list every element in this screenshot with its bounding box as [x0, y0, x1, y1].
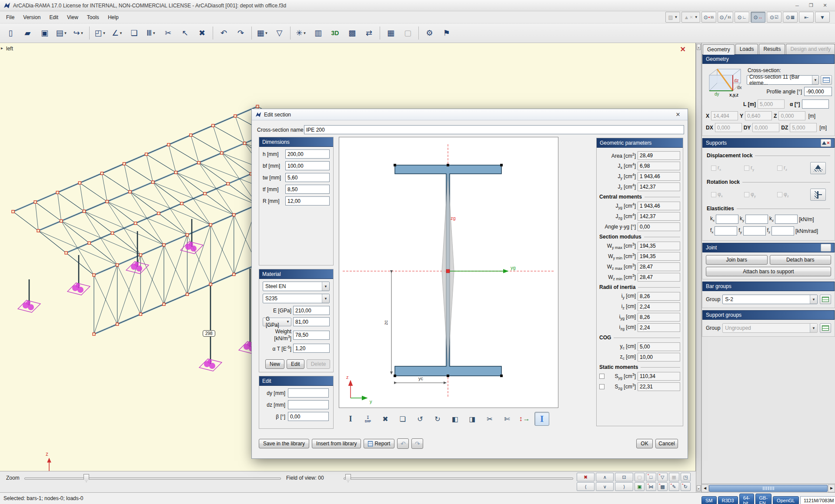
copy-bars-button[interactable]: ❏: [126, 25, 142, 41]
status-badge[interactable]: SM: [701, 496, 717, 504]
result-tables-button[interactable]: ▦: [383, 25, 399, 41]
fz-input[interactable]: [772, 226, 794, 235]
alpha-input[interactable]: [802, 99, 829, 109]
bar-groups-manager-button[interactable]: [820, 295, 831, 304]
section-table-button[interactable]: ▥: [310, 25, 326, 41]
mesh-view-button[interactable]: ▩: [344, 25, 360, 41]
cross-section-dropdown[interactable]: Cross-section 11 (Bar eleme... ▼: [747, 75, 819, 85]
save-button[interactable]: ▣: [37, 25, 53, 41]
orbit-view-button[interactable]: +↻: [681, 482, 691, 491]
tab-loads[interactable]: Loads: [735, 44, 758, 54]
status-badge[interactable]: R3D3: [718, 496, 738, 504]
material-weight-input[interactable]: [293, 331, 330, 340]
dim-bf-input[interactable]: [285, 161, 330, 170]
fov-slider[interactable]: [344, 477, 573, 480]
show-releases-button[interactable]: ⊙☑: [767, 12, 782, 23]
pan-down-button[interactable]: ∨: [596, 482, 614, 491]
hscroll-left-arrow[interactable]: ◀: [701, 484, 708, 492]
g-unit-dropdown[interactable]: G [GPa]▼: [263, 318, 291, 326]
insert-from-library-button[interactable]: Insert from library: [312, 439, 361, 448]
zoom-slider[interactable]: [24, 477, 281, 480]
zoom-extents-button[interactable]: ◳: [681, 473, 691, 481]
kz-input[interactable]: [775, 215, 798, 224]
menu-help[interactable]: Help: [104, 12, 123, 23]
kx-input[interactable]: [716, 215, 738, 224]
close-button[interactable]: ✕: [818, 1, 832, 10]
move-axes-button[interactable]: ↕→: [517, 412, 532, 426]
zoom-out-window-button[interactable]: +▽: [658, 473, 668, 481]
import-dxf-button[interactable]: ↧DXF: [361, 412, 375, 426]
section-arrows-button[interactable]: ⇄: [361, 25, 377, 41]
tab-geometry[interactable]: Geometry: [703, 44, 735, 55]
zoom-slider-thumb[interactable]: [84, 474, 89, 482]
dim-h-input[interactable]: [285, 149, 330, 159]
material-e-modulus-input[interactable]: [293, 306, 330, 315]
cancel-button[interactable]: Cancel: [655, 439, 678, 448]
menu-edit[interactable]: Edit: [45, 12, 63, 23]
ky-input[interactable]: [745, 215, 768, 224]
cut-web-button[interactable]: ✂: [482, 412, 497, 426]
delete-support-button[interactable]: ✕: [821, 139, 831, 147]
close-view-button[interactable]: ✖: [577, 473, 595, 481]
zoom-selection-button[interactable]: +▩: [658, 482, 668, 491]
join-bars-button[interactable]: Join bars: [706, 255, 768, 265]
edit-dz-input[interactable]: [288, 400, 329, 409]
profile-angle-input[interactable]: [804, 87, 832, 96]
screen-green-button[interactable]: ▣: [635, 482, 645, 491]
detach-bars-button[interactable]: Detach bars: [770, 255, 832, 265]
delete-selection-button[interactable]: ✖: [194, 25, 210, 41]
dim-r-input[interactable]: [285, 196, 330, 206]
move-node-button[interactable]: ↖: [177, 25, 193, 41]
export-button[interactable]: ↪▼: [70, 25, 87, 41]
dialog-close-button[interactable]: ✕: [672, 111, 684, 118]
solid-profile-button[interactable]: I: [534, 412, 549, 426]
material-alpha-t-input[interactable]: [293, 344, 330, 353]
menu-tools[interactable]: Tools: [83, 12, 104, 23]
undo-button[interactable]: ↶: [216, 25, 232, 41]
verify-flag-button[interactable]: ⚑: [438, 25, 454, 41]
pan-up-button[interactable]: ∧: [596, 473, 614, 481]
open-file-button[interactable]: ▰: [20, 25, 36, 41]
status-badge[interactable]: GB-EN: [755, 494, 772, 504]
material-g-modulus-input[interactable]: [293, 317, 330, 326]
clipboard-button[interactable]: ▢: [400, 25, 416, 41]
minimize-button[interactable]: ─: [791, 1, 804, 10]
save-in-library-button[interactable]: Save in the library: [259, 439, 309, 448]
tab-design-and-verify[interactable]: Design and verify: [786, 44, 835, 54]
frame-3d-button[interactable]: ◰▼: [92, 25, 108, 41]
tab-results[interactable]: Results: [759, 44, 785, 54]
edit-beta-input[interactable]: [288, 412, 329, 421]
show-nodes-button[interactable]: ⊙▪11: [701, 12, 716, 23]
fx-input[interactable]: [715, 226, 737, 235]
material-edit-button[interactable]: Edit: [287, 359, 304, 369]
screen-gray-button[interactable]: ▢: [635, 473, 645, 481]
grid-dots-button[interactable]: ▦: [669, 473, 679, 481]
support-groups-manager-button[interactable]: [820, 323, 831, 333]
view-3d-button[interactable]: 3D: [327, 25, 343, 41]
joint-options-button[interactable]: [821, 244, 831, 252]
section-name-input[interactable]: [304, 125, 684, 134]
collapse-panel-button[interactable]: ⇤: [799, 12, 814, 23]
layers-button[interactable]: ▨▼: [665, 12, 680, 23]
static-moment-checkbox[interactable]: [599, 384, 605, 389]
material-new-button[interactable]: New: [265, 359, 284, 369]
maximize-button[interactable]: ❐: [805, 1, 818, 10]
show-bars-button[interactable]: ⊙╱11: [718, 12, 733, 23]
static-moment-checkbox[interactable]: [599, 374, 605, 379]
measure-button[interactable]: ∠▼: [109, 25, 125, 41]
dimension-grid-button[interactable]: ▦▼: [254, 25, 271, 41]
rotate-right-button[interactable]: ↻: [430, 412, 445, 426]
attach-bars-button[interactable]: Attach bars to support: [706, 267, 831, 276]
copy-element-button[interactable]: ❏: [395, 412, 410, 426]
pan-left-button[interactable]: ⟨: [577, 482, 595, 491]
cut-flange-button[interactable]: ✄: [500, 412, 514, 426]
ok-button[interactable]: OK: [636, 439, 653, 448]
viewport-close-icon[interactable]: ✕: [680, 46, 686, 53]
zoom-window-button[interactable]: +□: [646, 473, 656, 481]
apply-fixed-support-button[interactable]: [810, 189, 826, 201]
snap-options-button[interactable]: ✳▼: [293, 25, 309, 41]
fov-slider-thumb[interactable]: [345, 474, 351, 482]
delete-element-button[interactable]: ✖: [378, 412, 393, 426]
dim-tf-input[interactable]: [285, 185, 330, 194]
edit-dy-input[interactable]: [288, 388, 329, 398]
